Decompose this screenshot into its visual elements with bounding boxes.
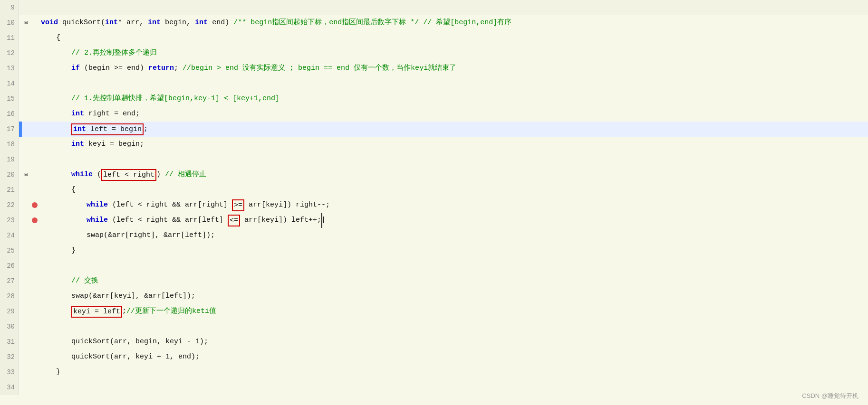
content-32: quickSort(arr, keyi + 1, end); xyxy=(39,349,868,365)
collapse-26 xyxy=(22,258,30,273)
collapse-18 xyxy=(22,137,30,152)
content-24: swap(&arr[right], &arr[left]); xyxy=(39,228,868,243)
bp-20 xyxy=(30,167,39,182)
code-line-19: 19 xyxy=(0,152,868,167)
line-num-15: 15 xyxy=(0,91,19,106)
content-27: // 交换 xyxy=(39,273,868,289)
collapse-10[interactable]: ⊟ xyxy=(22,15,30,30)
content-14 xyxy=(39,76,868,91)
bp-12 xyxy=(30,46,39,61)
bp-17 xyxy=(30,122,39,137)
code-line-28: 28 swap(&arr[keyi], &arr[left]); xyxy=(0,289,868,304)
bp-33 xyxy=(30,365,39,380)
line-num-25: 25 xyxy=(0,243,19,258)
collapse-24 xyxy=(22,228,30,243)
collapse-25 xyxy=(22,243,30,258)
line-num-29: 29 xyxy=(0,304,19,319)
content-30 xyxy=(39,319,868,334)
content-28: swap(&arr[keyi], &arr[left]); xyxy=(39,289,868,304)
breakpoint-22[interactable] xyxy=(32,202,38,208)
bp-28 xyxy=(30,289,39,304)
bp-30 xyxy=(30,319,39,334)
collapse-23 xyxy=(22,213,30,228)
content-25: } xyxy=(39,243,868,258)
line-num-20: 20 xyxy=(0,167,19,182)
collapse-16 xyxy=(22,106,30,122)
bp-22 xyxy=(30,198,39,213)
content-22: while (left < right && arr[right] >= arr… xyxy=(39,198,868,213)
bp-21 xyxy=(30,182,39,198)
content-31: quickSort(arr, begin, keyi - 1); xyxy=(39,334,868,349)
collapse-30 xyxy=(22,319,30,334)
content-33: } xyxy=(39,365,868,380)
collapse-28 xyxy=(22,289,30,304)
collapse-34 xyxy=(22,380,30,395)
line-num-19: 19 xyxy=(0,152,19,167)
content-9 xyxy=(39,0,868,15)
collapse-22 xyxy=(22,198,30,213)
content-26 xyxy=(39,258,868,273)
code-line-10: 10 ⊟ void quickSort(int* arr, int begin,… xyxy=(0,15,868,30)
content-13: if (begin >= end) return; //begin > end … xyxy=(39,61,868,76)
line-num-26: 26 xyxy=(0,258,19,273)
code-line-21: 21 { xyxy=(0,182,868,198)
line-num-11: 11 xyxy=(0,30,19,46)
code-line-23: 23 while (left < right && arr[left] <= a… xyxy=(0,213,868,228)
bp-16 xyxy=(30,106,39,122)
code-line-24: 24 swap(&arr[right], &arr[left]); xyxy=(0,228,868,243)
line-num-14: 14 xyxy=(0,76,19,91)
code-line-33: 33 } xyxy=(0,365,868,380)
bp-27 xyxy=(30,273,39,289)
watermark: CSDN @睡觉待开机 xyxy=(802,392,858,400)
code-line-30: 30 xyxy=(0,319,868,334)
bp-25 xyxy=(30,243,39,258)
collapse-12 xyxy=(22,46,30,61)
content-19 xyxy=(39,152,868,167)
bp-29 xyxy=(30,304,39,319)
code-line-22: 22 while (left < right && arr[right] >= … xyxy=(0,198,868,213)
line-num-34: 34 xyxy=(0,380,19,395)
collapse-14 xyxy=(22,76,30,91)
breakpoint-23[interactable] xyxy=(32,217,38,223)
content-11: { xyxy=(39,30,868,46)
collapse-20[interactable]: ⊟ xyxy=(22,167,30,182)
content-16: int right = end; xyxy=(39,106,868,122)
line-num-10: 10 xyxy=(0,15,19,30)
collapse-19 xyxy=(22,152,30,167)
content-21: { xyxy=(39,182,868,198)
code-line-18: 18 int keyi = begin; xyxy=(0,137,868,152)
line-num-13: 13 xyxy=(0,61,19,76)
line-num-24: 24 xyxy=(0,228,19,243)
line-num-31: 31 xyxy=(0,334,19,349)
code-line-17: 17 int left = begin; xyxy=(0,122,868,137)
line-num-9: 9 xyxy=(0,0,19,15)
bp-13 xyxy=(30,61,39,76)
collapse-33 xyxy=(22,365,30,380)
code-line-13: 13 if (begin >= end) return; //begin > e… xyxy=(0,61,868,76)
code-line-25: 25 } xyxy=(0,243,868,258)
bp-18 xyxy=(30,137,39,152)
line-num-28: 28 xyxy=(0,289,19,304)
code-line-29: 29 keyi = left;//更新下一个递归的keti值 xyxy=(0,304,868,319)
line-num-33: 33 xyxy=(0,365,19,380)
collapse-29 xyxy=(22,304,30,319)
bp-15 xyxy=(30,91,39,106)
code-line-12: 12 // 2.再控制整体多个递归 xyxy=(0,46,868,61)
content-12: // 2.再控制整体多个递归 xyxy=(39,46,868,61)
bp-32 xyxy=(30,349,39,365)
code-line-34: 34 xyxy=(0,380,868,395)
bp-34 xyxy=(30,380,39,395)
content-15: // 1.先控制单趟快排，希望[begin,key-1] < [key+1,en… xyxy=(39,91,868,106)
content-29: keyi = left;//更新下一个递归的keti值 xyxy=(39,304,868,319)
code-line-26: 26 xyxy=(0,258,868,273)
code-line-27: 27 // 交换 xyxy=(0,273,868,289)
line-num-18: 18 xyxy=(0,137,19,152)
code-line-20: 20 ⊟ while (left < right) // 相遇停止 xyxy=(0,167,868,182)
line-num-21: 21 xyxy=(0,182,19,198)
bp-10 xyxy=(30,15,39,30)
code-line-11: 11 { xyxy=(0,30,868,46)
content-10: void quickSort(int* arr, int begin, int … xyxy=(39,15,868,30)
line-num-32: 32 xyxy=(0,349,19,365)
line-num-23: 23 xyxy=(0,213,19,228)
line-num-22: 22 xyxy=(0,198,19,213)
